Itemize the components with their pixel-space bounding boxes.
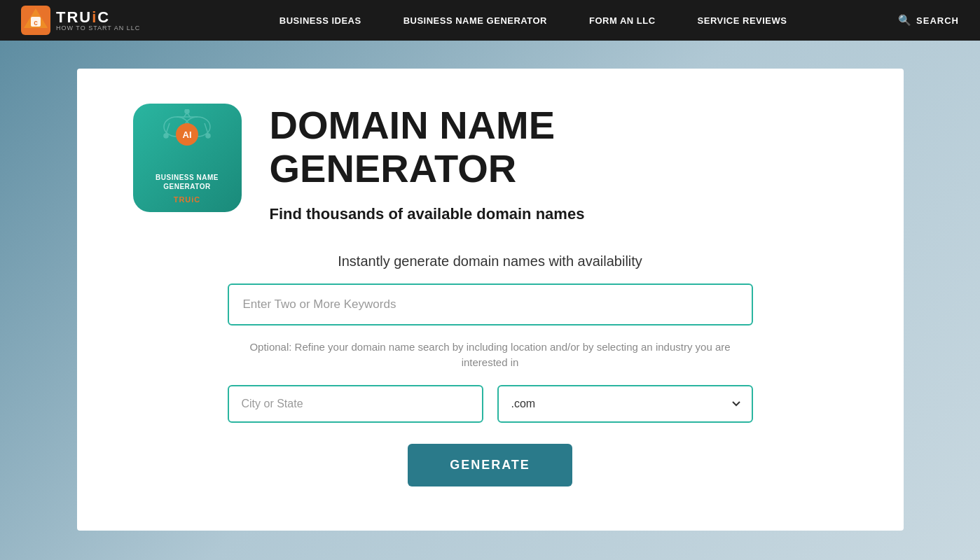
header-section: AI BUSINESS NAME GENERATOR TRUiC DOMAIN … — [133, 104, 848, 225]
form-section: Instantly generate domain names with ava… — [133, 253, 848, 486]
title-section: DOMAIN NAME GENERATOR Find thousands of … — [270, 104, 585, 225]
keywords-input[interactable] — [228, 284, 753, 326]
nav-links: BUSINESS IDEAS BUSINESS NAME GENERATOR F… — [168, 15, 898, 26]
nav-link-form-an-llc[interactable]: FORM AN LLC — [568, 15, 677, 26]
logo-link[interactable]: c TRUiC HOW TO START AN LLC — [21, 6, 140, 35]
ai-badge: AI — [176, 123, 198, 146]
search-icon: 🔍 — [898, 14, 912, 27]
nav-link-business-ideas[interactable]: BUSINESS IDEAS — [258, 15, 382, 26]
page-title: DOMAIN NAME GENERATOR — [270, 104, 585, 190]
svg-line-9 — [205, 123, 208, 134]
white-card: AI BUSINESS NAME GENERATOR TRUiC DOMAIN … — [77, 69, 904, 531]
nav-link-service-reviews[interactable]: SERVICE REVIEWS — [677, 15, 808, 26]
generate-button[interactable]: GENERATE — [408, 444, 572, 486]
app-icon-truic: TRUiC — [133, 195, 242, 204]
page-subtitle: Find thousands of available domain names — [270, 204, 585, 225]
search-label: SEARCH — [916, 15, 959, 26]
app-icon-line1: BUSINESS NAME — [133, 173, 242, 182]
navbar: c TRUiC HOW TO START AN LLC BUSINESS IDE… — [0, 0, 980, 41]
main-container: AI BUSINESS NAME GENERATOR TRUiC DOMAIN … — [0, 41, 980, 559]
domain-extension-select[interactable]: .com .net .org .io .co — [497, 385, 753, 423]
logo-truic-text: TRUiC — [56, 10, 140, 25]
app-icon: AI BUSINESS NAME GENERATOR TRUiC — [133, 104, 242, 212]
svg-line-7 — [166, 123, 170, 134]
svg-point-12 — [206, 134, 210, 138]
svg-text:c: c — [34, 19, 38, 27]
nav-link-business-name-generator[interactable]: BUSINESS NAME GENERATOR — [382, 15, 568, 26]
optional-inputs-row: .com .net .org .io .co — [228, 385, 753, 423]
app-icon-text: BUSINESS NAME GENERATOR — [133, 173, 242, 191]
svg-point-13 — [185, 109, 189, 113]
search-button[interactable]: 🔍 SEARCH — [898, 14, 959, 27]
logo-subtitle-text: HOW TO START AN LLC — [56, 25, 140, 31]
form-tagline: Instantly generate domain names with ava… — [338, 253, 642, 270]
svg-point-11 — [164, 134, 168, 138]
city-state-input[interactable] — [228, 385, 483, 423]
logo-icon: c — [21, 6, 50, 35]
app-icon-line2: GENERATOR — [133, 182, 242, 191]
logo-text: TRUiC HOW TO START AN LLC — [56, 10, 140, 31]
optional-hint: Optional: Refine your domain name search… — [235, 340, 746, 371]
